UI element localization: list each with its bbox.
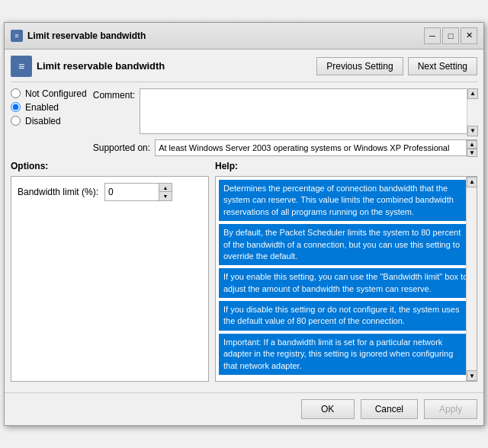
policy-icon: ≡ [11,56,32,77]
spin-up-button[interactable]: ▲ [159,184,172,193]
help-scroll-down[interactable]: ▼ [467,370,477,381]
dialog-icon: ≡ [11,30,23,42]
supported-value: At least Windows Server 2003 operating s… [156,142,452,154]
main-section: Options: Bandwidth limit (%): ▲ ▼ [11,161,477,382]
minimize-button[interactable]: ─ [424,27,441,44]
dialog-body: ≡ Limit reservable bandwidth Previous Se… [5,50,483,388]
title-bar: ≡ Limit reservable bandwidth ─ □ ✕ [5,23,483,50]
help-paragraph-0: Determines the percentage of connection … [219,180,474,221]
help-content: Determines the percentage of connection … [219,180,474,378]
dialog-title: Limit reservable bandwidth [27,30,146,41]
header-section: ≡ Limit reservable bandwidth Previous Se… [11,56,477,82]
header-left: ≡ Limit reservable bandwidth [11,56,165,77]
apply-button[interactable]: Apply [424,399,477,419]
supported-row: Supported on: At least Windows Server 20… [93,139,477,156]
help-scrollbar: ▲ ▼ [466,177,477,381]
supported-scrollbar: ▲ ▼ [466,140,477,155]
radio-disabled-label: Disabled [25,116,61,126]
title-controls: ─ □ ✕ [424,27,477,44]
comment-scrollbar: ▲ ▼ [467,88,477,136]
close-button[interactable]: ✕ [461,27,477,44]
next-setting-button[interactable]: Next Setting [408,57,477,75]
help-scroll-up[interactable]: ▲ [467,177,477,187]
options-label: Options: [11,161,209,171]
comment-scroll-track [467,99,477,126]
supported-label: Supported on: [93,142,150,153]
help-panel: Help: Determines the percentage of conne… [215,161,477,382]
radio-disabled[interactable]: Disabled [11,116,87,126]
header-buttons: Previous Setting Next Setting [316,57,477,75]
header-title: Limit reservable bandwidth [37,60,165,72]
radio-enabled-label: Enabled [25,102,59,113]
help-paragraph-4: Important: If a bandwidth limit is set f… [219,334,474,375]
comment-scroll-down[interactable]: ▼ [467,126,478,136]
cancel-button[interactable]: Cancel [361,399,418,419]
help-box: Determines the percentage of connection … [215,176,477,382]
supported-value-container: At least Windows Server 2003 operating s… [155,139,477,156]
radio-enabled-input[interactable] [11,102,21,112]
comment-label: Comment: [93,90,135,101]
radio-section: Not Configured Enabled Disabled [11,88,87,150]
radio-disabled-input[interactable] [11,116,21,126]
bandwidth-spinbox: ▲ ▼ [104,183,172,201]
ok-button[interactable]: OK [301,399,355,419]
comment-supported-section: Comment: ▲ ▼ Supported on: At least Wind… [93,88,477,156]
comment-scroll-up[interactable]: ▲ [467,88,478,99]
comment-textarea[interactable] [140,88,477,134]
help-paragraph-3: If you disable this setting or do not co… [219,301,474,331]
help-paragraph-1: By default, the Packet Scheduler limits … [219,224,474,265]
bandwidth-row: Bandwidth limit (%): ▲ ▼ [18,183,202,201]
radio-not-configured-label: Not Configured [25,88,87,99]
help-label: Help: [215,161,477,171]
title-bar-left: ≡ Limit reservable bandwidth [11,30,146,42]
radio-not-configured-input[interactable] [11,88,21,98]
help-paragraph-2: If you enable this setting, you can use … [219,268,474,298]
spinbox-arrows: ▲ ▼ [159,184,172,200]
radio-not-configured[interactable]: Not Configured [11,88,87,99]
supported-scroll-up[interactable]: ▲ [467,140,477,149]
spin-down-button[interactable]: ▼ [159,192,172,200]
dialog-footer: OK Cancel Apply [5,392,483,425]
dialog-window: ≡ Limit reservable bandwidth ─ □ ✕ ≡ Lim… [4,22,484,426]
bandwidth-input[interactable] [105,184,159,200]
upper-section: Not Configured Enabled Disabled Comment: [11,88,477,156]
comment-row: Comment: ▲ ▼ [93,88,477,136]
options-box: Bandwidth limit (%): ▲ ▼ [11,176,209,382]
radio-enabled[interactable]: Enabled [11,102,87,113]
supported-scroll-down[interactable]: ▼ [467,149,477,157]
comment-area-wrapper: ▲ ▼ [140,88,477,136]
bandwidth-label: Bandwidth limit (%): [18,187,98,197]
maximize-button[interactable]: □ [442,27,459,44]
previous-setting-button[interactable]: Previous Setting [316,57,403,75]
help-scroll-track [467,187,477,370]
options-panel: Options: Bandwidth limit (%): ▲ ▼ [11,161,209,382]
